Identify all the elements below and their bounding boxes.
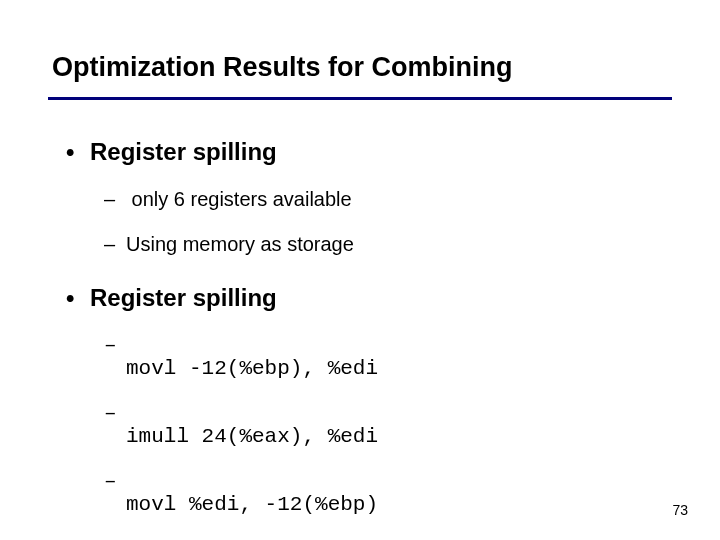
bullet-1-text: Register spilling	[90, 138, 277, 165]
code-1-text: movl -12(%ebp), %edi	[126, 357, 378, 380]
sub-1a: – only 6 registers available	[104, 188, 672, 211]
bullet-1: •Register spilling	[70, 138, 672, 166]
bullet-2: •Register spilling	[70, 284, 672, 312]
code-line-2: – imull 24(%eax), %edi	[104, 402, 672, 448]
slide-body: •Register spilling – only 6 registers av…	[0, 100, 720, 516]
bullet-2-text: Register spilling	[90, 284, 277, 311]
bullet-dash: –	[104, 402, 126, 448]
code-3-text: movl %edi, -12(%ebp)	[126, 493, 378, 516]
code-line-3: – movl %edi, -12(%ebp)	[104, 470, 672, 516]
slide: Optimization Results for Combining •Regi…	[0, 0, 720, 540]
bullet-dot: •	[66, 138, 90, 166]
sub-1b: –Using memory as storage	[104, 233, 672, 256]
bullet-dash: –	[104, 470, 126, 516]
code-2-text: imull 24(%eax), %edi	[126, 425, 378, 448]
slide-title: Optimization Results for Combining	[0, 0, 720, 83]
sub-1a-text: only 6 registers available	[126, 188, 352, 210]
bullet-dot: •	[66, 284, 90, 312]
bullet-dash: –	[104, 188, 126, 211]
page-number: 73	[672, 502, 688, 518]
bullet-dash: –	[104, 233, 126, 256]
sub-1b-text: Using memory as storage	[126, 233, 354, 255]
code-line-1: – movl -12(%ebp), %edi	[104, 334, 672, 380]
bullet-dash: –	[104, 334, 126, 380]
